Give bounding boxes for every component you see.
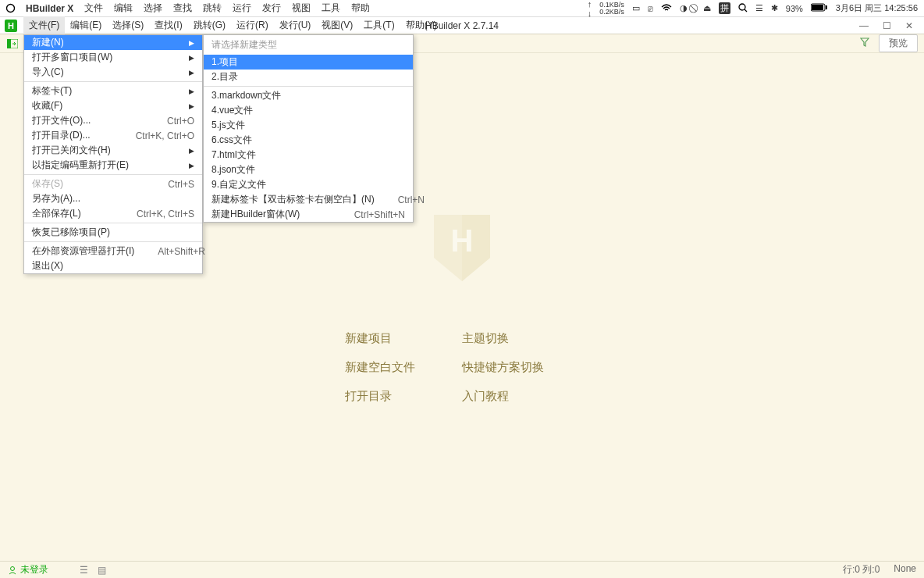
- file-menu-item[interactable]: 导入(C)▶: [24, 65, 202, 80]
- sync-icon[interactable]: ◑: [680, 3, 688, 13]
- welcome-pane: H 新建项目 主题切换 新建空白文件 快捷键方案切换 打开目录 入门教程: [345, 211, 579, 404]
- filter-icon[interactable]: [855, 36, 874, 51]
- file-menu-item[interactable]: 另存为(A)...: [24, 191, 202, 206]
- submenu-arrow-icon: ▶: [189, 54, 194, 62]
- maximize-button[interactable]: ☐: [883, 20, 891, 31]
- submenu-arrow-icon: ▶: [189, 102, 194, 110]
- login-status[interactable]: 未登录: [8, 563, 48, 576]
- menu-select[interactable]: 选择(S): [107, 16, 149, 34]
- menu-tools[interactable]: 工具(T): [358, 16, 400, 34]
- file-menu-item[interactable]: 在外部资源管理器打开(I)Alt+Shift+R: [24, 244, 202, 259]
- minimize-button[interactable]: —: [859, 20, 869, 31]
- mac-app-name[interactable]: HBuilder X: [26, 3, 73, 14]
- new-menu-header: 请选择新建类型: [204, 35, 413, 55]
- file-menu-item[interactable]: 全部保存(L)Ctrl+K, Ctrl+S: [24, 206, 202, 221]
- mac-menu-view[interactable]: 视图: [292, 2, 311, 15]
- menu-icon[interactable]: ☰: [755, 3, 763, 13]
- file-menu-item[interactable]: 新建(N)▶: [24, 35, 202, 50]
- svg-point-1: [739, 4, 745, 10]
- welcome-open-dir[interactable]: 打开目录: [345, 389, 462, 404]
- ime-icon[interactable]: 拼: [719, 2, 730, 14]
- preview-button[interactable]: 预览: [879, 34, 918, 52]
- cursor-position: 行:0 列:0: [843, 563, 880, 576]
- search-icon[interactable]: [738, 3, 748, 14]
- new-menu-item[interactable]: 5.js文件: [204, 118, 413, 133]
- battery-icon: [811, 3, 828, 13]
- wifi-icon[interactable]: [661, 4, 672, 13]
- file-menu-item[interactable]: 以指定编码重新打开(E)▶: [24, 158, 202, 173]
- file-menu-item[interactable]: 恢复已移除项目(P): [24, 225, 202, 240]
- menu-find[interactable]: 查找(I): [149, 16, 187, 34]
- menu-file[interactable]: 文件(F): [23, 16, 65, 34]
- new-menu-item[interactable]: 新建HBuilder窗体(W)Ctrl+Shift+N: [204, 207, 413, 222]
- svg-text:H: H: [451, 223, 474, 258]
- mac-menu-file[interactable]: 文件: [84, 2, 103, 15]
- close-button[interactable]: ✕: [905, 20, 913, 31]
- welcome-tutorial[interactable]: 入门教程: [462, 389, 579, 404]
- mac-menu-find[interactable]: 查找: [173, 2, 192, 15]
- welcome-new-project[interactable]: 新建项目: [345, 331, 462, 346]
- file-menu-item[interactable]: 收藏(F)▶: [24, 98, 202, 113]
- menu-goto[interactable]: 跳转(G): [188, 16, 231, 34]
- mac-menu-run[interactable]: 运行: [233, 2, 251, 15]
- window-title: HBuilder X 2.7.14: [425, 20, 499, 31]
- submenu-arrow-icon: ▶: [189, 147, 194, 155]
- hbuilder-logo-icon: H: [5, 20, 17, 32]
- new-menu-item[interactable]: 3.markdown文件: [204, 88, 413, 103]
- new-menu-item[interactable]: 2.目录: [204, 70, 413, 84]
- list-icon[interactable]: ☰: [80, 565, 88, 576]
- sidebar-toggle-icon[interactable]: [6, 37, 19, 50]
- svg-rect-4: [812, 5, 823, 10]
- file-menu-item: 保存(S)Ctrl+S: [24, 177, 202, 191]
- submenu-arrow-icon: ▶: [189, 87, 194, 95]
- apple-icon: [6, 3, 15, 13]
- file-menu-item[interactable]: 打开已关闭文件(H)▶: [24, 143, 202, 158]
- file-menu-item[interactable]: 打开多窗口项目(W)▶: [24, 50, 202, 65]
- mac-menu-goto[interactable]: 跳转: [203, 2, 222, 15]
- new-menu-item[interactable]: 7.html文件: [204, 148, 413, 162]
- welcome-new-blank[interactable]: 新建空白文件: [345, 360, 462, 375]
- mac-menu-edit[interactable]: 编辑: [114, 2, 133, 15]
- clock[interactable]: 3月6日 周三 14:25:56: [836, 2, 918, 14]
- welcome-theme[interactable]: 主题切换: [462, 331, 579, 346]
- updown-arrows-icon: ↑↓: [588, 0, 592, 18]
- statusbar: 未登录 ☰ ▤ 行:0 列:0 None: [0, 561, 924, 578]
- battery-percent: 93%: [786, 4, 803, 13]
- terminal-icon[interactable]: ▤: [98, 565, 106, 576]
- file-dropdown: 新建(N)▶打开多窗口项目(W)▶导入(C)▶标签卡(T)▶收藏(F)▶打开文件…: [23, 34, 203, 274]
- svg-point-9: [11, 566, 15, 570]
- new-dropdown: 请选择新建类型1.项目2.目录3.markdown文件4.vue文件5.js文件…: [203, 34, 414, 223]
- new-menu-item[interactable]: 6.css文件: [204, 133, 413, 148]
- menu-edit[interactable]: 编辑(E): [65, 16, 107, 34]
- submenu-arrow-icon: ▶: [189, 69, 194, 77]
- file-menu-item[interactable]: 退出(X): [24, 259, 202, 273]
- new-menu-item[interactable]: 8.json文件: [204, 162, 413, 177]
- mac-menu-tools[interactable]: 工具: [322, 2, 340, 15]
- user-icon: [8, 566, 17, 575]
- app-menubar: H 文件(F) 编辑(E) 选择(S) 查找(I) 跳转(G) 运行(R) 发行…: [0, 17, 924, 34]
- new-menu-item[interactable]: 9.自定义文件: [204, 177, 413, 192]
- submenu-arrow-icon: ▶: [189, 162, 194, 169]
- file-menu-item[interactable]: 打开目录(D)...Ctrl+K, Ctrl+O: [24, 128, 202, 143]
- mac-menu-publish[interactable]: 发行: [262, 2, 281, 15]
- new-menu-item[interactable]: 4.vue文件: [204, 103, 413, 118]
- file-menu-item[interactable]: 标签卡(T)▶: [24, 84, 202, 98]
- screen-icon[interactable]: ⎚: [648, 4, 653, 13]
- mac-menu-select[interactable]: 选择: [144, 2, 162, 15]
- file-menu-item[interactable]: 打开文件(O)...Ctrl+O: [24, 113, 202, 128]
- menu-run[interactable]: 运行(R): [231, 16, 274, 34]
- bluetooth-icon[interactable]: ✱: [771, 3, 778, 13]
- network-speed: 0.1KB/s0.2KB/s: [599, 2, 624, 16]
- hbuilder-shield-icon: H: [430, 211, 494, 284]
- new-menu-item[interactable]: 新建标签卡【双击标签卡右侧空白】(N)Ctrl+N: [204, 192, 413, 207]
- svg-rect-5: [826, 5, 827, 9]
- welcome-keymap[interactable]: 快捷键方案切换: [462, 360, 579, 375]
- syntax-mode[interactable]: None: [894, 563, 916, 576]
- mac-menu-help[interactable]: 帮助: [351, 2, 370, 15]
- menu-view[interactable]: 视图(V): [316, 16, 358, 34]
- menu-publish[interactable]: 发行(U): [274, 16, 317, 34]
- display-icon[interactable]: ▭: [632, 3, 640, 13]
- new-menu-item[interactable]: 1.项目: [204, 55, 413, 70]
- svg-rect-7: [7, 39, 11, 48]
- eject-icon[interactable]: ⏏: [703, 3, 711, 13]
